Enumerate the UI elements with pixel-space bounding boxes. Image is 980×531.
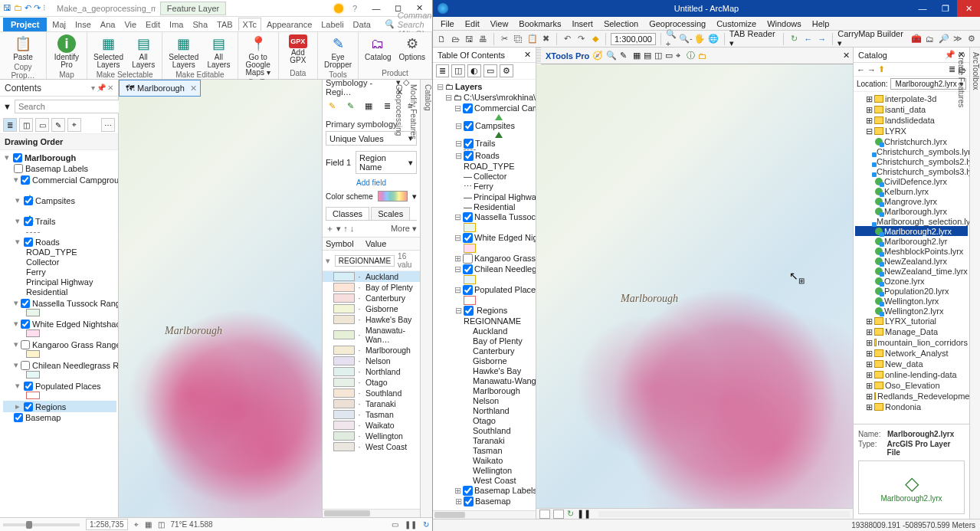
paste-button[interactable]: 📋Paste <box>11 34 34 62</box>
tab-imagery[interactable]: Ima <box>166 18 187 31</box>
catalog-item[interactable]: Ozone.lyrx <box>855 276 968 286</box>
toc-region-item[interactable]: Taranaki <box>436 435 534 445</box>
pane-pin-icon[interactable]: 📌 <box>97 84 106 92</box>
symbology-value-row[interactable]: ·Gisborne <box>323 303 420 314</box>
catalog-folder[interactable]: ⊞ Oso_Elevation <box>855 380 968 391</box>
pause-drawing-icon[interactable]: ❚❚ <box>577 509 591 519</box>
symbology-value-row[interactable]: ·Bay of Plenty <box>323 282 420 293</box>
add-gpx-button[interactable]: GPXAdd GPX <box>284 34 313 65</box>
zoom-in-icon[interactable]: 🔍+ <box>666 33 677 45</box>
list-selection-button[interactable]: ▭ <box>35 118 49 132</box>
menu-selection[interactable]: Selection <box>599 18 643 29</box>
menu-insert[interactable]: Insert <box>567 18 598 29</box>
data-view-button[interactable] <box>539 510 550 519</box>
catalog-button[interactable]: 🗂Catalog <box>363 34 392 62</box>
list-editing-button[interactable]: ✎ <box>51 118 65 132</box>
layer-regions[interactable]: Regions <box>35 402 66 411</box>
catalog-item[interactable]: Christchurch_symbols3.lyrx <box>855 166 968 176</box>
help-icon[interactable]: ? <box>348 4 362 13</box>
map-checkbox[interactable] <box>13 153 22 162</box>
field-group-name[interactable]: REGIONNAME <box>335 255 395 267</box>
refresh-icon[interactable]: ↻ <box>423 520 429 529</box>
menu-geoprocessing[interactable]: Geoprocessing <box>644 18 710 29</box>
toc-close-icon[interactable]: ✕ <box>524 50 531 60</box>
python-window-icon[interactable]: ≫ <box>952 33 963 45</box>
carrymap-dropdown[interactable]: CarryMap Builder ▾ <box>837 29 906 48</box>
layer-checkbox[interactable] <box>21 340 30 349</box>
tab-share[interactable]: Sha <box>188 18 211 31</box>
nav-back-icon[interactable]: ← <box>802 33 814 45</box>
add-data-icon[interactable]: ◆ <box>589 33 601 45</box>
arcmap-map-view[interactable]: XTools Pro 🧭 🔍 ✎ ▦ ▤ ◫ ▭ ⌖ ⓘ 🗀 ✕ Marl <box>536 48 853 519</box>
redo-icon[interactable]: ↷ <box>575 33 587 45</box>
catalog-item[interactable]: Marlborough2.lyrx <box>855 226 968 236</box>
tab-scales[interactable]: Scales <box>371 207 410 220</box>
xtools-toolbar[interactable]: XTools Pro 🧭 🔍 ✎ ▦ ▤ ◫ ▭ ⌖ ⓘ 🗀 ✕ <box>536 48 853 64</box>
layer-checkbox[interactable] <box>24 217 33 226</box>
symbol-swatch[interactable] <box>333 388 355 398</box>
folder-icon[interactable]: 🗀 <box>14 3 22 13</box>
symbology-value-row[interactable]: ·West Coast <box>323 441 420 452</box>
xtools-icon[interactable]: ⌖ <box>676 51 680 61</box>
layer-populated[interactable]: Populated Places <box>35 382 101 391</box>
symbol-swatch[interactable] <box>333 356 355 365</box>
dock-tab-catalog[interactable]: Catalog <box>424 84 432 517</box>
nav-fwd-icon[interactable]: → <box>816 33 828 45</box>
catalog-item[interactable]: Marlborough_selection.lyrx <box>855 216 968 226</box>
layout-view-button[interactable] <box>553 510 564 519</box>
catalog-folder[interactable]: ⊟ LYRX <box>855 126 968 136</box>
toc-region-item[interactable]: Tasman <box>436 445 534 455</box>
toc-region-item[interactable]: Canterbury <box>436 346 534 356</box>
layer-basemap[interactable]: Basemap <box>25 413 61 422</box>
group-expand-icon[interactable]: ▾ <box>326 256 332 266</box>
toc-region-item[interactable]: Wellington <box>436 465 534 475</box>
symbol-swatch[interactable] <box>333 378 355 387</box>
color-scheme-dropdown[interactable] <box>378 191 408 202</box>
contents-filter-icon[interactable]: ▼ <box>3 102 11 111</box>
toc-view-source-icon[interactable]: ◫ <box>451 64 465 77</box>
toc-view-selection-icon[interactable]: ▭ <box>483 64 497 77</box>
symbology-value-row[interactable]: ·Southland <box>323 388 420 398</box>
cut-icon[interactable]: ✂ <box>499 33 510 45</box>
toc-region-item[interactable]: Southland <box>436 425 534 435</box>
symbology-value-row[interactable]: ·Wellington <box>323 431 420 441</box>
add-value-icon[interactable]: ＋ <box>326 224 334 233</box>
catalog-item[interactable]: Christchurch_symbols2.lyrx <box>855 156 968 166</box>
layer-roads[interactable]: Roads <box>35 238 60 247</box>
toc-region-item[interactable]: Manawatu-Wanga <box>436 375 534 385</box>
layer-chilean[interactable]: Chilean Needlegrass Range <box>32 361 118 370</box>
toc-options-icon[interactable]: ⚙ <box>500 64 513 77</box>
qat-dropdown[interactable]: ⁝ <box>43 3 46 13</box>
selectable-selected-button[interactable]: ▦Selected Layers <box>92 34 125 70</box>
pan-icon[interactable]: 🖐 <box>694 33 706 45</box>
editable-all-button[interactable]: ▤All Layers <box>205 34 232 70</box>
catalog-folder[interactable]: ⊞ isanti_data <box>855 104 968 115</box>
symbol-swatch[interactable] <box>333 346 355 355</box>
delete-icon[interactable]: ✖ <box>540 33 552 45</box>
catalog-item[interactable]: Wellington.lyrx <box>855 296 968 306</box>
layer-checkbox[interactable] <box>24 402 33 411</box>
symbol-swatch[interactable] <box>333 421 355 430</box>
layer-checkbox[interactable] <box>14 164 23 173</box>
location-combo[interactable]: Marlborough2.lyrx▾ <box>890 78 966 90</box>
list-snapping-button[interactable]: ⌖ <box>67 118 81 132</box>
contextual-tab-feature-layer[interactable]: Feature Layer <box>160 2 226 15</box>
layer-campsites[interactable]: Campsites <box>35 196 75 205</box>
map-scrollbar[interactable] <box>598 511 850 517</box>
nav-up-icon[interactable]: ⬆ <box>878 64 885 74</box>
catalog-folder[interactable]: ⊞ New_data <box>855 359 968 369</box>
drag-handle-icon[interactable] <box>536 48 541 64</box>
catalog-folder[interactable]: ⊞ Rondonia <box>855 402 968 412</box>
tab-labeling[interactable]: Labeli <box>317 18 347 31</box>
pane-pin-icon[interactable]: 📌 <box>945 50 955 59</box>
xtools-icon[interactable]: 🗀 <box>698 51 706 61</box>
menu-customize[interactable]: Customize <box>712 18 761 29</box>
symbol-swatch[interactable] <box>333 399 355 408</box>
model-builder-icon[interactable]: ⚙ <box>965 33 977 45</box>
catalog-item[interactable]: Marlborough.lyrx <box>855 206 968 216</box>
open-icon[interactable]: 🗁 <box>450 33 461 45</box>
dock-tab-geoprocessing[interactable]: Geoprocessing <box>395 84 403 517</box>
menu-edit[interactable]: Edit <box>461 18 484 29</box>
symbol-swatch[interactable] <box>333 304 355 313</box>
redo-icon[interactable]: ↷ <box>34 3 41 13</box>
